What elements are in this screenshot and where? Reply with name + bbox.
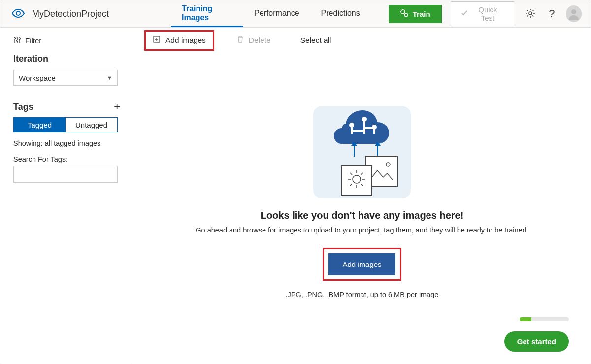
train-gears-icon	[400, 9, 409, 19]
progress-fill	[520, 317, 531, 321]
add-images-cta-highlight: Add images	[323, 248, 401, 281]
toggle-tagged[interactable]: Tagged	[14, 118, 66, 132]
help-icon[interactable]: ?	[547, 5, 557, 22]
train-button[interactable]: Train	[389, 5, 442, 23]
eye-icon	[9, 6, 27, 22]
project-logo: MyDetectionProject	[9, 6, 109, 22]
svg-point-12	[386, 163, 390, 166]
search-tags-label: Search For Tags:	[13, 155, 120, 163]
app-root: MyDetectionProject Training Images Perfo…	[0, 0, 591, 364]
search-tags-input[interactable]	[13, 166, 118, 183]
showing-status: Showing: all tagged images	[13, 139, 120, 147]
filter-sidebar: Filter Iteration Workspace ▼ Tags + Tagg…	[0, 28, 133, 364]
main-area: Filter Iteration Workspace ▼ Tags + Tagg…	[0, 28, 591, 364]
add-image-icon	[153, 35, 161, 45]
filter-icon	[13, 36, 21, 45]
quick-test-label: Quick Test	[472, 5, 504, 22]
brain-cloud-icon	[332, 108, 392, 148]
empty-illustration	[313, 106, 411, 198]
tag-filter-toggle: Tagged Untagged	[13, 117, 118, 132]
train-button-label: Train	[413, 10, 430, 18]
onboarding-progress-bar	[520, 317, 569, 321]
svg-point-7	[19, 38, 20, 39]
tags-title: Tags	[13, 102, 33, 112]
svg-point-1	[401, 10, 405, 14]
delete-label: Delete	[249, 36, 271, 45]
quick-test-button[interactable]: Quick Test	[451, 1, 515, 26]
filter-heading[interactable]: Filter	[13, 36, 120, 45]
toggle-untagged[interactable]: Untagged	[66, 118, 117, 132]
svg-point-13	[353, 175, 361, 183]
content-pane: Add images Delete Select all	[133, 28, 591, 364]
get-started-button[interactable]: Get started	[504, 331, 569, 352]
tab-training-images[interactable]: Training Images	[171, 0, 243, 27]
empty-subtitle: Go ahead and browse for images to upload…	[196, 226, 528, 234]
photo-placeholder-icon	[341, 165, 372, 196]
delete-icon	[237, 35, 244, 45]
chevron-down-icon: ▼	[107, 75, 112, 81]
svg-point-0	[16, 11, 20, 15]
add-images-button[interactable]: Add images	[328, 253, 395, 275]
svg-point-6	[16, 40, 18, 41]
settings-icon[interactable]	[523, 6, 538, 22]
content-toolbar: Add images Delete Select all	[133, 28, 591, 53]
project-name: MyDetectionProject	[32, 9, 109, 19]
arrow-up-icon	[354, 145, 355, 157]
filter-label: Filter	[25, 36, 41, 45]
add-tag-icon[interactable]: +	[114, 100, 120, 113]
iteration-title: Iteration	[13, 54, 120, 64]
select-all-button[interactable]: Select all	[294, 32, 338, 49]
empty-state: Looks like you don't have any images her…	[133, 106, 591, 298]
check-icon	[461, 10, 468, 18]
svg-point-2	[404, 13, 408, 17]
empty-title: Looks like you don't have any images her…	[261, 210, 464, 221]
tab-predictions[interactable]: Predictions	[310, 0, 371, 27]
tags-header: Tags +	[13, 100, 120, 113]
select-all-label: Select all	[300, 36, 331, 45]
svg-point-3	[529, 12, 532, 15]
add-images-toolbar-label: Add images	[165, 36, 206, 45]
tab-performance[interactable]: Performance	[243, 0, 310, 27]
top-header: MyDetectionProject Training Images Perfo…	[0, 0, 591, 28]
svg-point-4	[571, 9, 576, 14]
format-note: .JPG, .PNG, .BMP format, up to 6 MB per …	[286, 291, 439, 298]
add-images-toolbar-button[interactable]: Add images	[144, 30, 214, 51]
nav-tabs: Training Images Performance Predictions	[171, 0, 371, 27]
svg-point-5	[14, 37, 15, 39]
avatar-icon[interactable]	[566, 5, 582, 22]
delete-button[interactable]: Delete	[230, 32, 278, 49]
iteration-select[interactable]: Workspace ▼	[13, 70, 118, 86]
arrow-up-icon	[377, 145, 378, 157]
iteration-selected-value: Workspace	[19, 74, 56, 82]
